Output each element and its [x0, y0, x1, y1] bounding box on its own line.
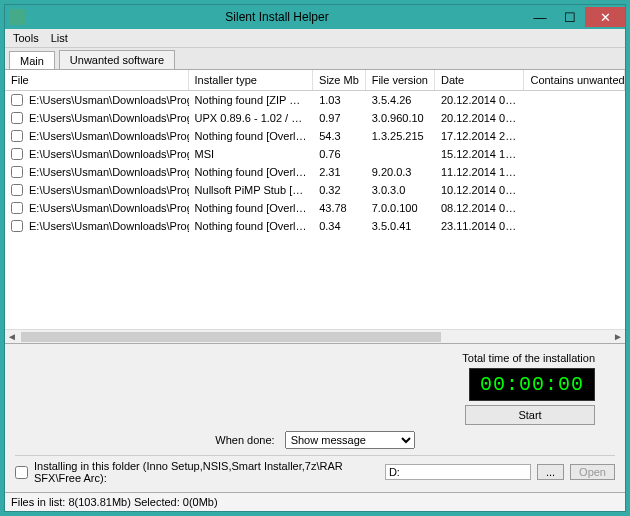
size-mb: 54.3	[313, 130, 366, 142]
list-body: E:\Users\Usman\Downloads\Progra...Nothin…	[5, 91, 625, 256]
col-type[interactable]: Installer type	[189, 70, 314, 90]
start-button[interactable]: Start	[465, 405, 595, 425]
app-window: Silent Install Helper — ☐ ✕ Tools List M…	[4, 4, 626, 512]
row-checkbox[interactable]	[11, 148, 23, 160]
file-path: E:\Users\Usman\Downloads\Progra...	[29, 130, 189, 142]
table-row[interactable]: E:\Users\Usman\Downloads\Progra...Nothin…	[5, 163, 625, 181]
maximize-button[interactable]: ☐	[555, 7, 585, 27]
size-mb: 1.03	[313, 94, 366, 106]
installer-type: Nothing found [Overlay] *	[189, 130, 314, 142]
file-version: 1.3.25.215	[366, 130, 435, 142]
file-path: E:\Users\Usman\Downloads\Progra...	[29, 220, 189, 232]
table-row[interactable]: E:\Users\Usman\Downloads\Progra...Nothin…	[5, 91, 625, 109]
file-version: 7.0.0.100	[366, 202, 435, 214]
file-date: 20.12.2014 01:01	[435, 112, 525, 124]
row-checkbox[interactable]	[11, 184, 23, 196]
table-row[interactable]: E:\Users\Usman\Downloads\Progra...Nothin…	[5, 199, 625, 217]
file-path: E:\Users\Usman\Downloads\Progra...	[29, 202, 189, 214]
table-row[interactable]: E:\Users\Usman\Downloads\Progra...Nullso…	[5, 181, 625, 199]
bottom-panel: Total time of the installation 00:00:00 …	[5, 343, 625, 492]
install-folder-label: Installing in this folder (Inno Setup,NS…	[34, 460, 379, 484]
scroll-thumb[interactable]	[21, 332, 441, 342]
tab-unwanted[interactable]: Unwanted software	[59, 50, 175, 69]
table-row[interactable]: E:\Users\Usman\Downloads\Progra...Nothin…	[5, 127, 625, 145]
table-row[interactable]: E:\Users\Usman\Downloads\Progra...MSI0.7…	[5, 145, 625, 163]
scroll-left-icon[interactable]: ◄	[5, 331, 19, 342]
installer-type: UPX 0.89.6 - 1.02 / 1.05 -...	[189, 112, 314, 124]
browse-button[interactable]: ...	[537, 464, 564, 480]
file-version: 3.5.0.41	[366, 220, 435, 232]
scroll-right-icon[interactable]: ►	[611, 331, 625, 342]
timer-display: 00:00:00	[469, 368, 595, 401]
install-folder-input[interactable]	[385, 464, 531, 480]
file-path: E:\Users\Usman\Downloads\Progra...	[29, 94, 189, 106]
size-mb: 0.76	[313, 148, 366, 160]
file-date: 10.12.2014 02:07	[435, 184, 525, 196]
col-date[interactable]: Date	[435, 70, 525, 90]
menu-tools[interactable]: Tools	[13, 32, 39, 44]
col-file[interactable]: File	[5, 70, 189, 90]
statusbar: Files in list: 8(103.81Mb) Selected: 0(0…	[5, 492, 625, 511]
menu-list[interactable]: List	[51, 32, 68, 44]
installer-type: MSI	[189, 148, 314, 160]
row-checkbox[interactable]	[11, 94, 23, 106]
h-scrollbar[interactable]: ◄ ►	[5, 329, 625, 343]
install-folder-checkbox[interactable]	[15, 466, 28, 479]
size-mb: 43.78	[313, 202, 366, 214]
when-done-select[interactable]: Show message	[285, 431, 415, 449]
file-date: 08.12.2014 04:37	[435, 202, 525, 214]
minimize-button[interactable]: —	[525, 7, 555, 27]
size-mb: 2.31	[313, 166, 366, 178]
size-mb: 0.97	[313, 112, 366, 124]
installer-type: Nullsoft PiMP Stub [Null...	[189, 184, 314, 196]
app-icon	[9, 9, 25, 25]
file-path: E:\Users\Usman\Downloads\Progra...	[29, 184, 189, 196]
tabstrip: Main Unwanted software	[5, 48, 625, 69]
file-path: E:\Users\Usman\Downloads\Progra...	[29, 148, 189, 160]
row-checkbox[interactable]	[11, 202, 23, 214]
when-done-label: When done:	[215, 434, 274, 446]
titlebar: Silent Install Helper — ☐ ✕	[5, 5, 625, 29]
row-checkbox[interactable]	[11, 166, 23, 178]
size-mb: 0.32	[313, 184, 366, 196]
table-row[interactable]: E:\Users\Usman\Downloads\Progra...Nothin…	[5, 217, 625, 235]
menubar: Tools List	[5, 29, 625, 48]
file-path: E:\Users\Usman\Downloads\Progra...	[29, 166, 189, 178]
col-unwanted[interactable]: Contains unwanted s	[524, 70, 625, 90]
file-date: 23.11.2014 02:36	[435, 220, 525, 232]
file-version: 9.20.0.3	[366, 166, 435, 178]
file-date: 15.12.2014 12:44	[435, 148, 525, 160]
file-date: 11.12.2014 13:40	[435, 166, 525, 178]
file-date: 20.12.2014 01:01	[435, 94, 525, 106]
table-row[interactable]: E:\Users\Usman\Downloads\Progra...UPX 0.…	[5, 109, 625, 127]
row-checkbox[interactable]	[11, 220, 23, 232]
open-button[interactable]: Open	[570, 464, 615, 480]
file-version: 3.0.3.0	[366, 184, 435, 196]
installer-type: Nothing found [Overlay] *	[189, 166, 314, 178]
col-size[interactable]: Size Mb	[313, 70, 366, 90]
installer-type: Nothing found [Overlay] *	[189, 202, 314, 214]
installer-type: Nothing found [ZIP SFX] *	[189, 94, 314, 106]
row-checkbox[interactable]	[11, 130, 23, 142]
file-version: 3.5.4.26	[366, 94, 435, 106]
file-version: 3.0.960.10	[366, 112, 435, 124]
tab-main[interactable]: Main	[9, 51, 55, 70]
installer-type: Nothing found [Overlay] *	[189, 220, 314, 232]
window-title: Silent Install Helper	[29, 10, 525, 24]
row-checkbox[interactable]	[11, 112, 23, 124]
size-mb: 0.34	[313, 220, 366, 232]
timer-label: Total time of the installation	[462, 352, 595, 364]
file-path: E:\Users\Usman\Downloads\Progra...	[29, 112, 189, 124]
list-header: File Installer type Size Mb File version…	[5, 70, 625, 91]
col-version[interactable]: File version	[366, 70, 435, 90]
file-date: 17.12.2014 22:42	[435, 130, 525, 142]
close-button[interactable]: ✕	[585, 7, 625, 27]
